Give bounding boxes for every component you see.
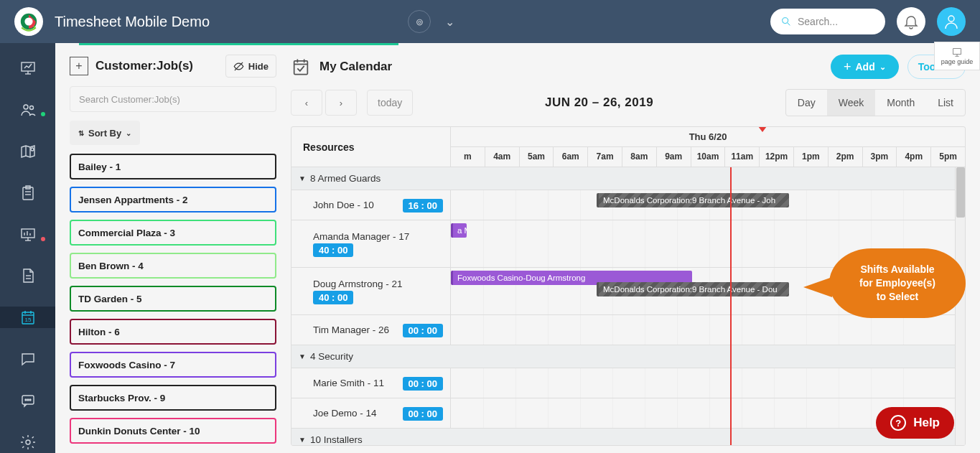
svg-point-38 (26, 440, 30, 444)
user-menu-button[interactable] (937, 7, 966, 36)
help-button[interactable]: ? Help (876, 407, 954, 439)
calendar-icon: 15 (19, 309, 37, 326)
shift-block[interactable]: McDonalds Corporation:9 Branch Avenue - … (597, 193, 789, 207)
group-header[interactable]: ▼4 Security (291, 345, 965, 368)
view-list[interactable]: List (926, 90, 965, 116)
employee-label: Tim Manager - 2600 : 00 (291, 315, 451, 345)
employee-label: Doug Armstrong - 2140 : 00 (291, 268, 451, 314)
hour-header: 12pm (759, 147, 793, 167)
svg-point-13 (29, 106, 33, 109)
search-icon (780, 16, 792, 27)
group-header[interactable]: ▼8 Armed Guards (291, 167, 965, 190)
svg-rect-6 (953, 49, 961, 55)
hour-header: 6am (553, 147, 587, 167)
date-range: JUN 20 – 26, 2019 (413, 95, 785, 110)
hour-header: 11am (724, 147, 759, 167)
currency-button[interactable]: ⊚ (408, 10, 431, 33)
schedule-track[interactable] (451, 368, 965, 398)
customer-item[interactable]: Commercial Plaza - 3 (70, 220, 276, 246)
gear-icon (19, 434, 37, 451)
hour-header: 7am (587, 147, 622, 167)
user-icon (943, 13, 960, 30)
svg-point-3 (783, 18, 788, 24)
nav-messages[interactable] (0, 348, 55, 370)
hours-badge: 16 : 00 (403, 199, 443, 213)
collapse-icon: ▼ (299, 352, 306, 360)
customer-item[interactable]: Foxwoods Casino - 7 (70, 352, 276, 378)
hour-header: 5am (519, 147, 554, 167)
svg-rect-21 (22, 229, 34, 238)
svg-point-37 (29, 399, 31, 401)
map-icon (19, 143, 37, 160)
app-title: Timesheet Mobile Demo (55, 14, 210, 30)
employee-row: John Doe - 1016 : 00McDonalds Corporatio… (291, 190, 965, 220)
schedule-track[interactable]: McDonalds Corporation:9 Branch Avenue - … (451, 190, 965, 220)
hour-header: 2pm (828, 147, 862, 167)
side-panel-title: Customer:Job(s) (95, 59, 218, 73)
nav-documents[interactable] (0, 266, 55, 287)
day-header: Thu 6/20 (689, 131, 727, 142)
schedule-track[interactable] (451, 315, 965, 345)
hours-badge: 40 : 00 (313, 291, 353, 304)
nav-reports[interactable] (0, 224, 55, 246)
nav-scheduling[interactable]: 15 (0, 307, 55, 328)
view-month[interactable]: Month (875, 90, 926, 116)
nav-dashboard[interactable] (0, 57, 55, 79)
shift-block[interactable]: a M (451, 223, 467, 238)
customer-item[interactable]: TD Garden - 5 (70, 286, 276, 312)
hour-header: 1pm (793, 147, 828, 167)
customer-item[interactable]: Starbucks Prov. - 9 (70, 385, 276, 411)
customer-item[interactable]: Dunkin Donuts Center - 10 (70, 418, 276, 444)
chart-icon (19, 226, 37, 243)
hour-header: 3pm (862, 147, 897, 167)
customer-item[interactable]: Hilton - 6 (70, 319, 276, 345)
clipboard-icon (19, 185, 37, 202)
eye-off-icon (233, 61, 244, 72)
prev-button[interactable]: ‹ (291, 90, 322, 116)
add-button[interactable]: + Add ⌄ (831, 55, 899, 79)
nav-map[interactable] (0, 141, 55, 162)
search-placeholder: Search... (798, 16, 838, 27)
scroll-thumb[interactable] (956, 167, 965, 218)
search-customer-input[interactable]: Search Customer:Job(s) (70, 86, 276, 112)
nav-settings[interactable] (0, 431, 55, 453)
chevron-down-icon: ⌄ (879, 62, 886, 72)
customer-item[interactable]: Bailey - 1 (70, 154, 276, 179)
shift-block[interactable]: McDonalds Corporation:9 Branch Avenue - … (597, 282, 789, 296)
chat-dots-icon (19, 392, 37, 409)
today-button[interactable]: today (367, 90, 413, 116)
nav-timesheets[interactable] (0, 182, 55, 204)
global-search-input[interactable]: Search... (770, 9, 885, 34)
hide-panel-button[interactable]: Hide (225, 55, 276, 78)
add-customer-button[interactable]: + (70, 57, 88, 75)
collapse-icon: ▼ (299, 436, 306, 444)
document-icon (19, 267, 37, 284)
customer-item[interactable]: Ben Brown - 4 (70, 253, 276, 279)
collapse-icon: ▼ (299, 174, 306, 182)
svg-point-12 (24, 105, 28, 109)
view-day[interactable]: Day (786, 90, 827, 116)
next-button[interactable]: › (325, 90, 357, 116)
hour-header: 8am (622, 147, 656, 167)
hour-header: 9am (656, 147, 691, 167)
chat-icon (19, 350, 37, 368)
hour-header: m (451, 147, 485, 167)
page-guide-button[interactable]: page guide (934, 42, 980, 70)
presentation-icon (19, 60, 37, 77)
notifications-button[interactable] (897, 7, 925, 36)
vertical-scrollbar[interactable] (955, 167, 965, 445)
app-logo[interactable] (14, 7, 43, 36)
svg-point-35 (25, 399, 27, 401)
nav-chat[interactable] (0, 390, 55, 411)
svg-point-5 (948, 16, 954, 22)
now-line (730, 167, 732, 445)
guide-icon (951, 47, 963, 58)
customer-item[interactable]: Jensen Appartments - 2 (70, 187, 276, 213)
sort-by-button[interactable]: ⇅ Sort By ⌄ (70, 121, 140, 145)
group-header[interactable]: ▼10 Installers (291, 429, 965, 445)
chevron-down-icon: ⌄ (126, 129, 131, 137)
nav-employees[interactable] (0, 99, 55, 121)
chevron-down-icon[interactable]: ⌄ (445, 15, 454, 29)
view-week[interactable]: Week (827, 90, 876, 116)
hours-badge: 00 : 00 (403, 377, 443, 391)
